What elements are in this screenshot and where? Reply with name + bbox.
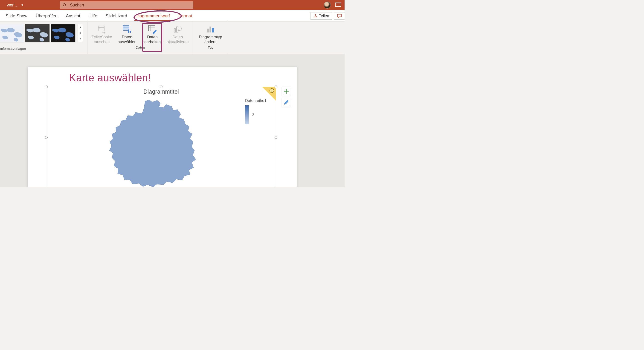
world-map-thumb-icon <box>51 24 75 42</box>
refresh-data-label-2: aktualisieren <box>167 40 188 44</box>
slide-canvas: Karte auswählen! Diagrammtitel i Datenre… <box>0 54 344 187</box>
world-map-thumb-icon <box>25 24 50 42</box>
world-map-thumb-icon <box>0 24 24 42</box>
change-type-label-2: ändern <box>204 40 216 44</box>
select-data-label-2: auswählen <box>118 40 136 44</box>
selection-handle[interactable] <box>45 136 48 139</box>
svg-rect-14 <box>130 31 131 33</box>
selection-handle[interactable] <box>45 86 48 88</box>
chart-title: Diagrammtitel <box>46 88 276 95</box>
gallery-down-button[interactable]: ▼ <box>78 30 83 36</box>
svg-rect-15 <box>148 25 155 31</box>
legend-series-label: Datenreihe1 <box>245 98 273 103</box>
chart-style-thumb-1[interactable] <box>0 24 24 42</box>
selection-handle[interactable] <box>160 86 162 88</box>
svg-rect-18 <box>174 29 176 32</box>
map-chart[interactable]: Diagrammtitel i Datenreihe1 3 <box>46 87 276 187</box>
chevron-down-icon: ▾ <box>161 41 162 44</box>
share-button[interactable]: Teilen <box>310 12 332 20</box>
chevron-down-icon: ▼ <box>21 4 24 7</box>
switch-row-column-button: Zeile/Spaltetauschen <box>90 23 114 45</box>
annotation-title: Karte auswählen! <box>69 71 151 84</box>
chart-style-thumb-3[interactable] <box>51 24 76 42</box>
chart-style-thumb-2[interactable] <box>25 24 50 42</box>
ribbon-display-options-button[interactable] <box>335 2 341 7</box>
chart-styles-gallery: ▲ ▼ ▾ <box>0 23 83 46</box>
group-label-data: Daten <box>90 45 191 51</box>
search-icon <box>62 3 67 7</box>
ribbon-tabs: Slide Show Überprüfen Ansicht Hilfe Slid… <box>0 10 344 22</box>
share-icon <box>314 14 318 18</box>
gallery-more-button[interactable]: ▾ <box>78 36 83 42</box>
chart-legend: Datenreihe1 3 <box>245 98 273 124</box>
title-bar: worl… ▼ Suchen <box>0 0 344 10</box>
info-icon: i <box>270 88 274 93</box>
selection-handle[interactable] <box>274 136 277 139</box>
svg-rect-22 <box>212 28 214 33</box>
svg-rect-7 <box>98 26 104 31</box>
change-type-label-1: Diagrammtyp <box>199 35 222 39</box>
refresh-data-button: Datenaktualisieren <box>166 23 190 45</box>
slide[interactable]: Karte auswählen! Diagrammtitel i Datenre… <box>28 67 297 187</box>
selection-handle[interactable] <box>274 86 277 88</box>
change-chart-type-button[interactable]: Diagrammtypändern <box>196 23 225 45</box>
chart-layouts-group: ▲ ▼ ▾ mformatvorlagen <box>0 22 88 54</box>
brush-icon <box>283 99 289 105</box>
svg-rect-13 <box>128 30 129 33</box>
switch-rowcol-label-2: tauschen <box>94 40 110 44</box>
type-group: Diagrammtypändern Typ <box>193 22 228 54</box>
group-label-type: Typ <box>196 45 225 51</box>
tab-chart-design[interactable]: Diagrammentwurf <box>131 10 174 22</box>
change-type-icon <box>206 25 216 34</box>
search-placeholder: Suchen <box>70 3 84 8</box>
group-label-layouts: mformatvorlagen <box>0 46 85 52</box>
svg-rect-2 <box>335 3 341 7</box>
document-title-dropdown[interactable]: worl… ▼ <box>7 3 24 8</box>
edit-data-button[interactable]: Datenbearbeiten▾ <box>140 23 164 45</box>
ribbon: ▲ ▼ ▾ mformatvorlagen Zeile/Spaltetausch… <box>0 22 344 54</box>
share-label: Teilen <box>319 14 329 18</box>
switch-rowcol-icon <box>97 25 106 34</box>
select-data-label-1: Daten <box>122 35 132 39</box>
comments-button[interactable] <box>334 12 344 20</box>
tab-help[interactable]: Hilfe <box>84 10 101 22</box>
user-avatar[interactable] <box>324 2 331 9</box>
chart-styles-button[interactable] <box>282 98 291 107</box>
edit-data-icon <box>148 25 157 34</box>
legend-color-scale <box>245 105 249 124</box>
tab-slidelizard[interactable]: SlideLizard <box>101 10 131 22</box>
tab-slide-show[interactable]: Slide Show <box>2 10 32 22</box>
svg-rect-19 <box>176 27 178 32</box>
svg-point-0 <box>63 4 66 6</box>
plus-icon <box>283 88 290 95</box>
data-group: Zeile/Spaltetauschen Datenauswählen Date… <box>88 22 193 54</box>
svg-rect-20 <box>207 29 208 32</box>
document-title: worl… <box>7 3 19 8</box>
gallery-spinner: ▲ ▼ ▾ <box>78 24 83 42</box>
legend-value: 3 <box>252 113 254 117</box>
refresh-data-icon <box>173 25 182 34</box>
refresh-data-label-1: Daten <box>172 35 183 39</box>
chart-elements-button[interactable] <box>282 87 291 96</box>
edit-data-label-2: bearbeiten <box>142 40 161 44</box>
svg-line-1 <box>65 6 66 7</box>
tab-review[interactable]: Überprüfen <box>32 10 62 22</box>
search-input[interactable]: Suchen <box>60 2 193 9</box>
switch-rowcol-label-1: Zeile/Spalte <box>92 35 112 39</box>
comment-icon <box>337 14 342 18</box>
svg-rect-21 <box>210 27 211 33</box>
tab-view[interactable]: Ansicht <box>62 10 84 22</box>
gallery-up-button[interactable]: ▲ <box>78 24 83 30</box>
tab-format[interactable]: Format <box>174 10 196 22</box>
edit-data-label-1: Daten <box>147 35 158 39</box>
select-data-icon <box>122 25 132 34</box>
map-region-germany <box>97 98 226 187</box>
select-data-button[interactable]: Datenauswählen <box>115 23 139 45</box>
